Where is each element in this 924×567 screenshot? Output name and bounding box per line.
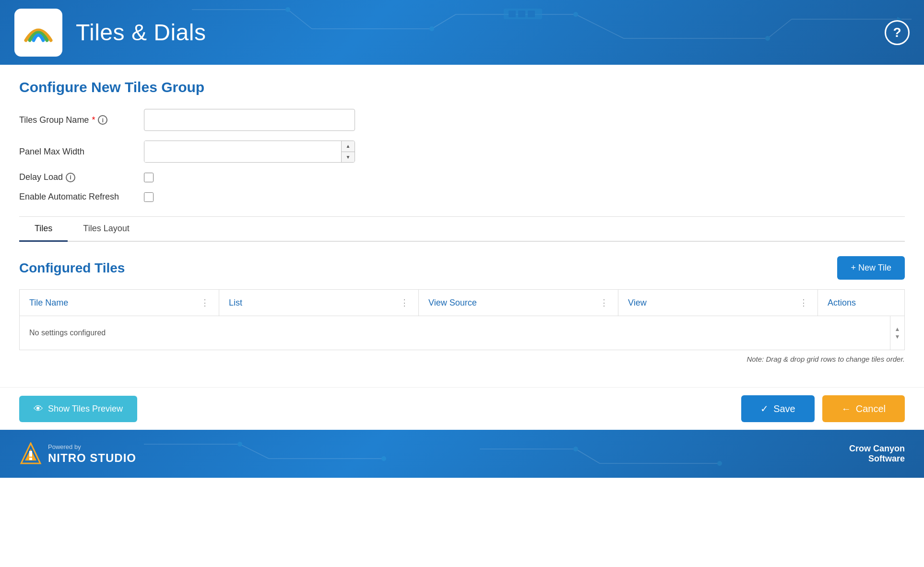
col-header-tile-name: Tile Name ⋮ — [20, 290, 219, 316]
save-button[interactable]: ✓ Save — [741, 395, 815, 422]
svg-point-9 — [285, 7, 290, 12]
tab-content-tiles: Configured Tiles + New Tile Tile Name ⋮ … — [19, 242, 905, 378]
svg-line-1 — [288, 10, 312, 29]
tiles-table-header: Tile Name ⋮ List ⋮ View Source ⋮ View ⋮ … — [20, 290, 904, 316]
footer-left: Powered by NITRO STUDIO — [19, 442, 136, 465]
enable-refresh-label: Enable Automatic Refresh — [19, 192, 144, 202]
svg-rect-15 — [509, 11, 516, 17]
tabs-bar: Tiles Tiles Layout — [19, 217, 905, 242]
drag-drop-note: Note: Drag & drop grid rows to change ti… — [19, 355, 905, 363]
eye-icon: 👁 — [34, 403, 43, 414]
svg-point-27 — [573, 447, 578, 451]
svg-line-19 — [240, 444, 269, 459]
svg-rect-16 — [518, 11, 525, 17]
new-tile-button[interactable]: + New Tile — [837, 256, 905, 280]
svg-point-10 — [429, 26, 434, 31]
footer-company: Crow Canyon Software — [849, 444, 905, 464]
tab-tiles-layout[interactable]: Tiles Layout — [68, 217, 144, 242]
app-header: Tiles & Dials ? — [0, 0, 924, 65]
col-menu-view-source[interactable]: ⋮ — [600, 297, 608, 308]
configured-tiles-title: Configured Tiles — [19, 260, 125, 276]
tiles-table-body: No settings configured ▲ ▼ — [20, 316, 904, 350]
configured-tiles-header: Configured Tiles + New Tile — [19, 256, 905, 280]
footer-nitro-text: Powered by NITRO STUDIO — [48, 443, 136, 465]
scroll-up-arrow[interactable]: ▲ — [895, 326, 900, 332]
empty-message: No settings configured — [20, 320, 890, 346]
svg-point-22 — [381, 456, 386, 461]
tiles-group-name-label: Tiles Group Name* i — [19, 115, 144, 125]
svg-rect-31 — [29, 458, 32, 460]
svg-rect-17 — [528, 11, 535, 17]
tiles-empty-row: No settings configured — [20, 316, 890, 350]
cancel-button[interactable]: ← Cancel — [822, 395, 905, 422]
spinner-down-button[interactable]: ▼ — [342, 152, 355, 163]
svg-line-5 — [576, 14, 624, 38]
panel-max-width-label: Panel Max Width — [19, 147, 144, 157]
main-content: Configure New Tiles Group Tiles Group Na… — [0, 65, 924, 387]
help-button[interactable]: ? — [885, 20, 910, 45]
svg-point-12 — [765, 36, 770, 41]
bottom-bar: 👁 Show Tiles Preview ✓ Save ← Cancel — [0, 387, 924, 430]
form-section-title: Configure New Tiles Group — [19, 79, 905, 95]
col-header-view: View ⋮ — [618, 290, 818, 316]
app-footer: Powered by NITRO STUDIO Crow Canyon Soft… — [0, 430, 924, 478]
checkmark-icon: ✓ — [760, 403, 769, 414]
tab-tiles[interactable]: Tiles — [19, 217, 68, 242]
scroll-down-arrow[interactable]: ▼ — [895, 334, 900, 340]
show-tiles-preview-button[interactable]: 👁 Show Tiles Preview — [19, 396, 137, 422]
table-scroll-col: ▲ ▼ — [890, 316, 904, 350]
col-menu-view[interactable]: ⋮ — [799, 297, 808, 308]
tiles-table-wrapper: Tile Name ⋮ List ⋮ View Source ⋮ View ⋮ … — [19, 289, 905, 350]
configure-form: Tiles Group Name* i Panel Max Width 600 … — [19, 109, 451, 202]
arrow-left-icon: ← — [841, 403, 851, 414]
svg-point-11 — [573, 12, 578, 17]
app-logo — [14, 9, 62, 57]
svg-line-7 — [768, 19, 792, 38]
panel-max-width-spinner[interactable]: 600 px ▲ ▼ — [144, 141, 355, 163]
svg-rect-14 — [504, 9, 542, 19]
delay-load-info-icon[interactable]: i — [66, 173, 75, 182]
tiles-group-name-info-icon[interactable]: i — [98, 115, 107, 125]
delay-load-checkbox[interactable] — [144, 173, 154, 182]
col-header-actions: Actions — [818, 290, 904, 316]
col-header-view-source: View Source ⋮ — [419, 290, 618, 316]
delay-load-label: Delay Load i — [19, 172, 144, 182]
nitro-logo-icon — [19, 442, 42, 465]
svg-rect-30 — [29, 451, 32, 457]
spinner-up-button[interactable]: ▲ — [342, 141, 355, 152]
svg-line-3 — [432, 14, 456, 29]
enable-refresh-checkbox[interactable] — [144, 192, 154, 202]
svg-line-24 — [576, 449, 600, 463]
col-header-list: List ⋮ — [219, 290, 419, 316]
col-menu-tile-name[interactable]: ⋮ — [201, 297, 209, 308]
col-menu-list[interactable]: ⋮ — [400, 297, 409, 308]
tiles-group-name-input[interactable] — [144, 109, 355, 131]
page-title: Tiles & Dials — [76, 19, 206, 46]
panel-max-width-input[interactable]: 600 px — [144, 141, 341, 162]
svg-point-21 — [237, 442, 242, 447]
svg-point-26 — [717, 461, 722, 466]
